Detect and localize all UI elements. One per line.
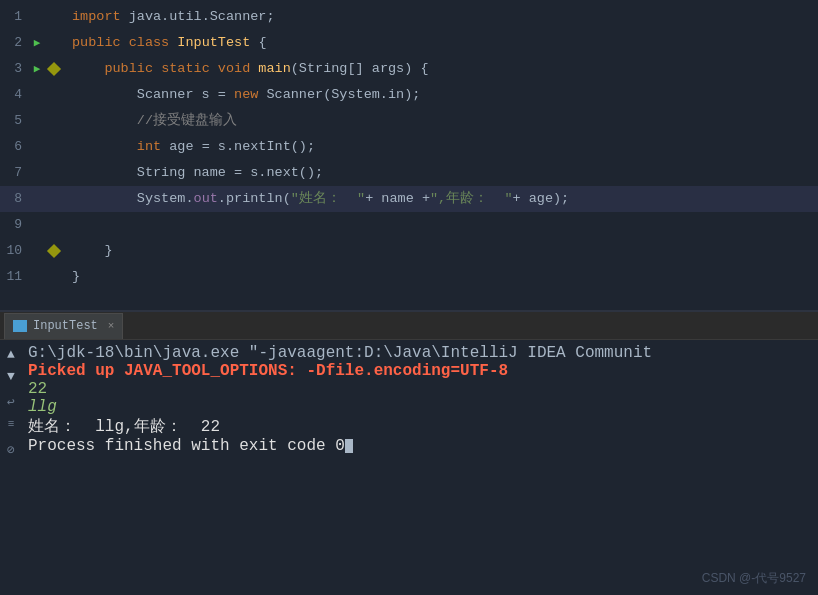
run-arrow-icon: ▶ [28, 30, 46, 56]
line-content: } [62, 264, 818, 290]
console-line: Process finished with exit code 0 [28, 437, 812, 455]
panel-tab-bar: InputTest × [0, 312, 818, 340]
line-number: 1 [0, 4, 28, 30]
line-content: public static void main(String[] args) { [62, 56, 818, 82]
clear-icon[interactable]: ⊘ [3, 442, 19, 458]
code-line: 8 System.out.println("姓名： "+ name +",年龄：… [0, 186, 818, 212]
line-number: 2 [0, 30, 28, 56]
code-line: 2▶public class InputTest { [0, 30, 818, 56]
line-number: 9 [0, 212, 28, 238]
line-content: public class InputTest { [62, 30, 818, 56]
panel-left-controls: ▲ ▼ ↩ ≡ ⊘ [0, 340, 22, 595]
scroll-up-icon[interactable]: ▲ [3, 346, 19, 362]
line-content: } [62, 238, 818, 264]
line-number: 11 [0, 264, 28, 290]
console-line: llg [28, 398, 812, 416]
code-line: 1import java.util.Scanner; [0, 4, 818, 30]
console-line: 姓名： llg,年龄： 22 [28, 416, 812, 437]
line-content: String name = s.next(); [62, 160, 818, 186]
line-content: //接受键盘输入 [62, 108, 818, 134]
run-arrow-icon: ▶ [28, 56, 46, 82]
code-lines: 1import java.util.Scanner;2▶public class… [0, 0, 818, 294]
code-line: 9 [0, 212, 818, 238]
code-line: 5 //接受键盘输入 [0, 108, 818, 134]
code-line: 3▶ public static void main(String[] args… [0, 56, 818, 82]
breakpoint-indicator [46, 64, 62, 74]
run-tab[interactable]: InputTest × [4, 313, 123, 339]
console-line: G:\jdk-18\bin\java.exe "-javaagent:D:\Ja… [28, 344, 812, 362]
line-number: 3 [0, 56, 28, 82]
code-line: 6 int age = s.nextInt(); [0, 134, 818, 160]
console-line: 22 [28, 380, 812, 398]
wrap-icon[interactable]: ↩ [3, 394, 19, 410]
run-tab-label: InputTest [33, 319, 98, 333]
line-number: 7 [0, 160, 28, 186]
line-content: int age = s.nextInt(); [62, 134, 818, 160]
code-line: 4 Scanner s = new Scanner(System.in); [0, 82, 818, 108]
cursor [345, 439, 353, 453]
breakpoint-indicator [46, 246, 62, 256]
code-editor[interactable]: 1import java.util.Scanner;2▶public class… [0, 0, 818, 310]
line-number: 10 [0, 238, 28, 264]
run-tab-close[interactable]: × [108, 320, 115, 332]
line-number: 6 [0, 134, 28, 160]
bottom-panel: InputTest × ▲ ▼ ↩ ≡ ⊘ G:\jdk-18\bin\java… [0, 310, 818, 595]
console-output-wrapper: G:\jdk-18\bin\java.exe "-javaagent:D:\Ja… [22, 340, 818, 595]
code-line: 7 String name = s.next(); [0, 160, 818, 186]
line-number: 8 [0, 186, 28, 212]
code-line: 10 } [0, 238, 818, 264]
line-number: 5 [0, 108, 28, 134]
console-line: Picked up JAVA_TOOL_OPTIONS: -Dfile.enco… [28, 362, 812, 380]
line-content: System.out.println("姓名： "+ name +",年龄： "… [62, 186, 818, 212]
line-content: Scanner s = new Scanner(System.in); [62, 82, 818, 108]
filter-icon[interactable]: ≡ [3, 416, 19, 432]
scroll-down-icon[interactable]: ▼ [3, 368, 19, 384]
line-content: import java.util.Scanner; [62, 4, 818, 30]
run-tab-icon [13, 320, 27, 332]
watermark: CSDN @-代号9527 [702, 570, 806, 587]
line-number: 4 [0, 82, 28, 108]
code-line: 11} [0, 264, 818, 290]
